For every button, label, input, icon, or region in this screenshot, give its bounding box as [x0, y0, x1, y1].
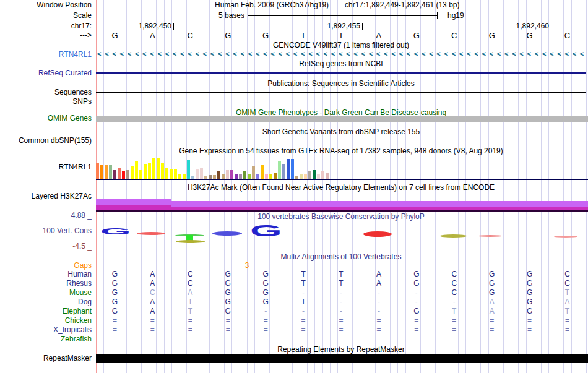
gtex-tissue-bar[interactable]	[113, 170, 116, 179]
gtex-tissue-bar[interactable]	[317, 174, 320, 179]
gtex-tissue-bar[interactable]	[165, 168, 168, 179]
gtex-tissue-bar[interactable]	[291, 159, 294, 179]
multiz-align-cell: G	[489, 289, 495, 297]
gtex-tissue-bar[interactable]	[152, 158, 155, 179]
left-arrow-icon: <	[225, 51, 229, 58]
gtex-tissue-bar[interactable]	[135, 161, 138, 179]
gtex-tissue-bar[interactable]	[235, 174, 238, 179]
gtex-tissue-bar[interactable]	[126, 170, 129, 179]
gtex-tissue-bar[interactable]	[256, 174, 259, 179]
multiz-align-cell: G	[262, 280, 268, 288]
h3k27ac-track-label[interactable]: Layered H3K27Ac	[0, 192, 92, 200]
gtex-tissue-bar[interactable]	[144, 164, 147, 179]
gtex-tissue-bar[interactable]	[178, 174, 181, 179]
gtex-tissue-bar[interactable]	[269, 174, 272, 179]
left-arrow-icon: <	[429, 51, 433, 58]
gtex-tissue-bar[interactable]	[230, 170, 233, 179]
h3k27ac-violet-left[interactable]	[96, 199, 171, 205]
multiz-species-label[interactable]: Zebrafish	[0, 335, 92, 343]
gtex-tissue-bar[interactable]	[200, 168, 203, 179]
gtex-tissue-bar[interactable]	[326, 173, 329, 179]
snps-track-label[interactable]: SNPs	[0, 98, 92, 106]
sequences-line[interactable]	[96, 92, 586, 93]
gtex-tissue-bar[interactable]	[105, 165, 108, 179]
multiz-species-label[interactable]: Chicken	[0, 317, 92, 325]
gtex-tissue-bar[interactable]	[274, 173, 277, 179]
left-arrow-icon: <	[436, 51, 440, 58]
gtex-tissue-bar[interactable]	[239, 174, 242, 179]
gtex-tissue-bar[interactable]	[196, 169, 199, 179]
multiz-align-cell: G	[112, 307, 118, 315]
gtex-tissue-bar[interactable]	[161, 163, 164, 179]
multiz-species-label[interactable]: Elephant	[0, 307, 92, 315]
repeatmasker-bar[interactable]	[96, 354, 588, 363]
multiz-species-label[interactable]: Rhesus	[0, 280, 92, 288]
multiz-gaps-label[interactable]: Gaps	[0, 262, 92, 270]
gtex-gene-label[interactable]: RTN4RL1	[0, 163, 92, 171]
multiz-align-cell: A	[150, 307, 155, 315]
phylop-track-label[interactable]: 100 Vert. Cons	[0, 227, 92, 235]
gtex-tissue-bar[interactable]	[308, 171, 311, 179]
multiz-align-cell: G	[112, 298, 118, 306]
gtex-tissue-bar[interactable]	[226, 170, 229, 179]
left-arrow-icon: <	[353, 51, 357, 58]
gtex-tissue-bar[interactable]	[157, 158, 160, 179]
gtex-tissue-bar[interactable]	[248, 174, 251, 179]
multiz-track-title: Multiz Alignments of 100 Vertebrates	[96, 253, 586, 261]
gtex-tissue-bar[interactable]	[131, 166, 134, 179]
dbsnp-track-label[interactable]: Common dbSNP(155)	[0, 137, 92, 145]
left-arrow-icon: <	[564, 51, 568, 58]
omim-track-label[interactable]: OMIM Genes	[0, 114, 92, 122]
multiz-align-cell: =	[414, 317, 418, 325]
multiz-align-cell: C	[564, 270, 570, 278]
gtex-tissue-bar[interactable]	[148, 163, 151, 179]
left-arrow-icon: <	[535, 51, 538, 58]
gtex-tissue-bar[interactable]	[96, 163, 99, 179]
gtex-tissue-bar[interactable]	[109, 165, 112, 179]
gtex-tissue-bar[interactable]	[265, 174, 268, 179]
multiz-species-label[interactable]: X_tropicalis	[0, 326, 92, 334]
gtex-tissue-bar[interactable]	[100, 165, 103, 179]
gtex-tissue-bar[interactable]	[222, 174, 225, 179]
conservation-ellipse-glyph	[478, 235, 503, 237]
gtex-tissue-bar[interactable]	[174, 169, 177, 179]
gtex-tissue-bar[interactable]	[243, 171, 246, 179]
sequences-track-label[interactable]: Sequences	[0, 88, 92, 96]
gtex-tissue-bar[interactable]	[183, 174, 186, 179]
multiz-align-cell: C	[564, 280, 570, 288]
h3k27ac-violet-right[interactable]	[171, 201, 588, 207]
gtex-tissue-bar[interactable]	[118, 168, 121, 179]
gtex-tissue-bar[interactable]	[300, 174, 303, 179]
left-arrow-icon: <	[180, 51, 184, 58]
multiz-align-cell: A	[376, 280, 381, 288]
gtex-tissue-bar[interactable]	[252, 166, 255, 179]
gtex-tissue-bar[interactable]	[287, 159, 290, 179]
multiz-align-cell: C	[150, 289, 155, 297]
omim-gene-bar[interactable]	[96, 116, 588, 122]
gtex-tissue-bar[interactable]	[217, 171, 220, 179]
base-letter: T	[339, 32, 344, 40]
gtex-tissue-bar[interactable]	[304, 174, 307, 179]
gtex-tissue-bar[interactable]	[187, 160, 190, 179]
refseq-gene-line[interactable]	[96, 72, 586, 74]
gtex-tissue-bar[interactable]	[313, 170, 316, 179]
multiz-align-cell: G	[527, 289, 532, 297]
gtex-tissue-bar[interactable]	[278, 161, 281, 179]
gtex-tissue-bar[interactable]	[321, 171, 324, 179]
gtex-tissue-bar[interactable]	[282, 164, 285, 179]
gtex-tissue-bar[interactable]	[261, 165, 264, 179]
base-letter: G	[262, 32, 269, 40]
h3k27ac-magenta-left[interactable]	[96, 205, 171, 210]
ruler-coordinate: 1,892,450	[124, 22, 171, 30]
gencode-gene-label[interactable]: RTN4RL1	[0, 51, 92, 59]
repeatmasker-track-label[interactable]: RepeatMasker	[0, 354, 92, 362]
refseq-track-label[interactable]: RefSeq Curated	[0, 69, 92, 77]
multiz-align-cell: =	[527, 317, 532, 325]
multiz-species-label[interactable]: Human	[0, 270, 92, 278]
left-arrow-icon: <	[580, 51, 584, 58]
gtex-tissue-bar[interactable]	[122, 171, 125, 179]
gtex-tissue-bar[interactable]	[139, 170, 142, 179]
gtex-tissue-bar[interactable]	[170, 169, 173, 179]
multiz-species-label[interactable]: Mouse	[0, 289, 92, 297]
multiz-species-label[interactable]: Dog	[0, 298, 92, 306]
